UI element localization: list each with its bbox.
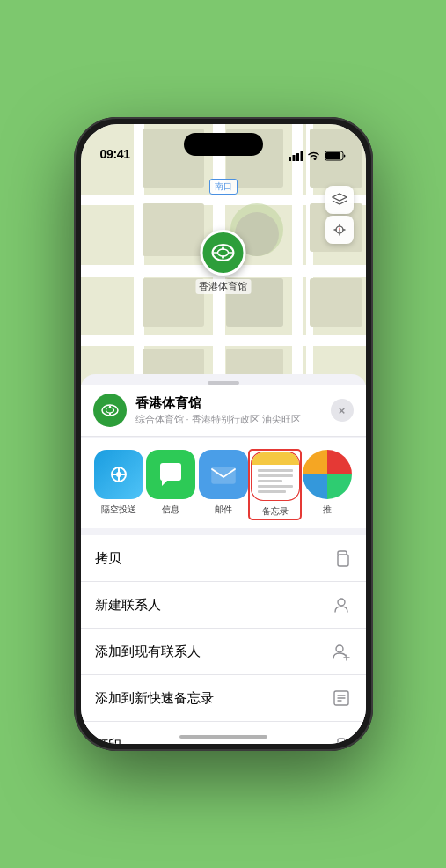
bottom-sheet: 香港体育馆 综合体育馆 · 香港特别行政区 油尖旺区 × bbox=[81, 374, 366, 744]
quick-note-icon bbox=[331, 688, 352, 709]
map-type-button[interactable] bbox=[325, 186, 354, 214]
add-quick-notes-label: 添加到新快速备忘录 bbox=[95, 690, 214, 707]
svg-rect-3 bbox=[300, 151, 303, 161]
phone-frame: 09:41 bbox=[74, 117, 373, 751]
copy-label: 拷贝 bbox=[95, 550, 121, 567]
copy-action[interactable]: 拷贝 bbox=[81, 535, 366, 582]
action-rows: 拷贝 新建联系人 bbox=[81, 535, 366, 744]
close-button[interactable]: × bbox=[331, 399, 354, 422]
airdrop-icon bbox=[104, 460, 134, 489]
battery-icon bbox=[325, 151, 347, 161]
notes-label: 备忘录 bbox=[262, 505, 289, 518]
svg-point-7 bbox=[218, 249, 229, 256]
airdrop-icon-wrap bbox=[94, 450, 143, 499]
more-icon-wrap bbox=[303, 450, 352, 499]
svg-point-12 bbox=[222, 247, 224, 250]
location-pin: 香港体育馆 bbox=[195, 230, 251, 294]
share-airdrop[interactable]: 隔空投送 bbox=[93, 450, 145, 519]
map-south-entrance-label: 南口 bbox=[209, 179, 238, 195]
location-detail: 综合体育馆 · 香港特别行政区 油尖旺区 bbox=[135, 413, 331, 426]
add-existing-contact-action[interactable]: 添加到现有联系人 bbox=[81, 629, 366, 675]
svg-point-24 bbox=[336, 645, 343, 652]
share-mail[interactable]: 邮件 bbox=[197, 450, 249, 519]
add-contact-icon bbox=[331, 641, 352, 662]
new-contact-action[interactable]: 新建联系人 bbox=[81, 582, 366, 629]
pin-circle bbox=[201, 230, 246, 276]
location-name: 香港体育馆 bbox=[135, 395, 331, 412]
location-button[interactable] bbox=[325, 216, 354, 244]
location-info: 香港体育馆 综合体育馆 · 香港特别行政区 油尖旺区 bbox=[135, 395, 331, 426]
stadium-icon bbox=[210, 239, 237, 266]
message-label: 信息 bbox=[162, 504, 179, 516]
svg-rect-2 bbox=[296, 153, 299, 161]
svg-point-13 bbox=[222, 256, 224, 259]
svg-point-16 bbox=[106, 408, 113, 413]
signal-icon bbox=[289, 151, 303, 161]
notes-icon-wrap bbox=[251, 452, 300, 501]
svg-rect-22 bbox=[338, 555, 348, 566]
svg-rect-21 bbox=[212, 467, 235, 483]
svg-point-18 bbox=[108, 413, 110, 415]
share-more[interactable]: 推 bbox=[301, 450, 353, 519]
pin-label: 香港体育馆 bbox=[195, 279, 251, 294]
compass-icon bbox=[333, 223, 347, 237]
airdrop-label: 隔空投送 bbox=[101, 504, 136, 516]
phone-screen: 09:41 bbox=[81, 124, 366, 744]
new-contact-label: 新建联系人 bbox=[95, 597, 161, 614]
message-icon-wrap bbox=[146, 450, 195, 499]
more-label: 推 bbox=[323, 504, 332, 516]
add-existing-label: 添加到现有联系人 bbox=[95, 644, 201, 660]
copy-icon bbox=[331, 548, 352, 569]
wifi-icon bbox=[307, 151, 320, 161]
add-quick-notes-action[interactable]: 添加到新快速备忘录 bbox=[81, 675, 366, 722]
mail-label: 邮件 bbox=[215, 504, 232, 516]
svg-rect-1 bbox=[292, 155, 295, 161]
home-indicator bbox=[179, 735, 267, 739]
printer-icon bbox=[331, 734, 352, 744]
status-icons bbox=[289, 151, 347, 161]
status-time: 09:41 bbox=[100, 147, 130, 161]
mail-icon bbox=[208, 459, 239, 490]
location-header: 香港体育馆 综合体育馆 · 香港特别行政区 油尖旺区 × bbox=[81, 385, 366, 437]
new-contact-icon bbox=[331, 594, 352, 615]
share-row: 隔空投送 信息 bbox=[81, 438, 366, 528]
svg-rect-5 bbox=[325, 152, 340, 159]
print-action[interactable]: 打印 bbox=[81, 722, 366, 744]
share-message[interactable]: 信息 bbox=[145, 450, 197, 519]
location-icon bbox=[93, 394, 127, 427]
mail-icon-wrap bbox=[199, 450, 248, 499]
venue-icon bbox=[100, 401, 120, 420]
svg-point-17 bbox=[108, 406, 110, 408]
print-label: 打印 bbox=[95, 737, 121, 745]
share-notes[interactable]: 备忘录 bbox=[249, 450, 301, 519]
dynamic-island bbox=[184, 133, 263, 156]
map-controls bbox=[325, 186, 354, 244]
svg-point-23 bbox=[338, 599, 345, 606]
message-icon bbox=[155, 459, 186, 490]
svg-point-20 bbox=[116, 472, 121, 477]
map-layers-icon bbox=[332, 192, 347, 208]
svg-rect-0 bbox=[289, 157, 291, 161]
